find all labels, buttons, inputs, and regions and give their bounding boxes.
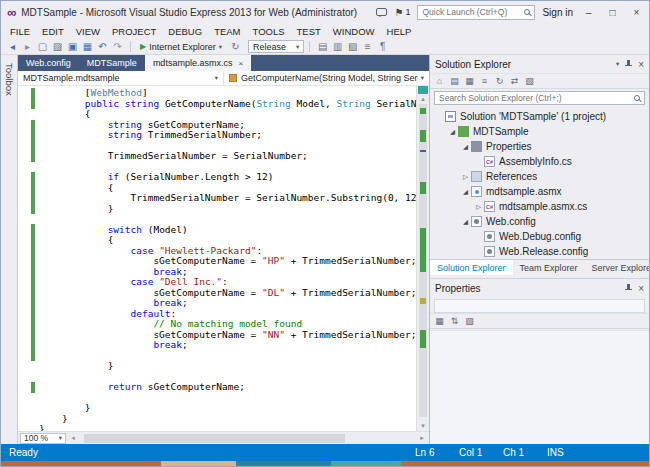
scroll-right-icon[interactable]: ▸ bbox=[417, 434, 427, 442]
menu-item-help[interactable]: HELP bbox=[381, 26, 418, 37]
tree-item-web.config[interactable]: ◢Web.config bbox=[430, 214, 649, 229]
home-icon[interactable]: ⌂ bbox=[432, 76, 447, 86]
menu-item-view[interactable]: VIEW bbox=[70, 26, 106, 37]
tree-item-references[interactable]: ▷References bbox=[430, 169, 649, 184]
solution-explorer-header[interactable]: Solution Explorer ▾ × bbox=[430, 55, 649, 73]
vs-window: ∞ MDTSample - Microsoft Visual Studio Ex… bbox=[0, 0, 650, 467]
properties-header[interactable]: Properties × bbox=[430, 279, 649, 297]
panel-tab-solution-explorer[interactable]: Solution Explorer bbox=[430, 260, 513, 275]
redo-icon[interactable]: ↷ bbox=[110, 40, 125, 54]
tree-item-mdtsample.asmx[interactable]: ◢mdtsample.asmx bbox=[430, 184, 649, 199]
open-file-icon[interactable]: ▨ bbox=[50, 40, 65, 54]
expanded-expander-icon[interactable]: ◢ bbox=[460, 188, 471, 196]
menu-item-window[interactable]: WINDOW bbox=[327, 26, 381, 37]
tree-item-assemblyinfo.cs[interactable]: C#AssemblyInfo.cs bbox=[430, 154, 649, 169]
pin-icon[interactable] bbox=[625, 60, 632, 69]
code-line: } bbox=[39, 403, 416, 414]
tree-item-mdtsample[interactable]: ◢MDTSample bbox=[430, 124, 649, 139]
tree-item-solution-mdtsample-1-project-[interactable]: Solution 'MDTSample' (1 project) bbox=[430, 109, 649, 124]
comment-selection-icon[interactable]: ▥ bbox=[330, 40, 345, 54]
menu-item-test[interactable]: TEST bbox=[291, 26, 327, 37]
alphabetical-icon[interactable]: ⇅ bbox=[447, 316, 462, 326]
chevron-down-icon[interactable]: ▾ bbox=[219, 43, 222, 51]
main-toolbar: ◂▸▢▨▣▦↶↷ ▶ Internet Explorer ▾ ↻ Release… bbox=[1, 39, 649, 55]
vertical-scrollbar[interactable]: ▲ ▼ bbox=[416, 86, 429, 431]
panel-tab-server-explorer[interactable]: Server Explorer bbox=[585, 260, 650, 275]
tree-item-mdtsample.asmx.cs[interactable]: ▷C#mdtsample.asmx.cs bbox=[430, 199, 649, 214]
collapse-all-icon[interactable]: ≡ bbox=[477, 76, 492, 86]
collapsed-expander-icon[interactable]: ▷ bbox=[473, 203, 484, 211]
notifications-flag-icon[interactable]: ⚑1 bbox=[394, 7, 410, 18]
tab-mdtsample.asmx.cs[interactable]: mdtsample.asmx.cs× bbox=[145, 55, 251, 71]
menu-item-project[interactable]: PROJECT bbox=[106, 26, 162, 37]
menu-bar: FILEEDITVIEWPROJECTDEBUGTEAMTOOLSTESTWIN… bbox=[1, 23, 649, 39]
pin-icon[interactable] bbox=[625, 284, 632, 293]
tab-mdtsample[interactable]: MDTSample bbox=[79, 55, 145, 71]
save-all-icon[interactable]: ▦ bbox=[80, 40, 95, 54]
refresh-icon[interactable]: ↻ bbox=[228, 40, 243, 54]
cs-icon: C# bbox=[484, 156, 495, 167]
show-all-files-icon[interactable]: ▦ bbox=[462, 76, 477, 86]
collapsed-expander-icon[interactable]: ▷ bbox=[460, 173, 471, 181]
member-dropdown[interactable]: GetComputerName(String Model, String Ser… bbox=[223, 71, 429, 85]
properties-grid bbox=[430, 330, 649, 444]
code-editor[interactable]: [WebMethod] public string GetComputerNam… bbox=[18, 86, 416, 431]
expanded-expander-icon[interactable]: ◢ bbox=[447, 128, 458, 136]
expanded-expander-icon[interactable]: ◢ bbox=[460, 218, 471, 226]
menu-item-tools[interactable]: TOOLS bbox=[247, 26, 291, 37]
tree-item-web.debug.config[interactable]: Web.Debug.config bbox=[430, 229, 649, 244]
navigate-backward-icon[interactable]: ◂ bbox=[5, 40, 20, 54]
scroll-down-icon[interactable]: ▼ bbox=[417, 422, 429, 430]
save-icon[interactable]: ▣ bbox=[65, 40, 80, 54]
panel-tab-team-explorer[interactable]: Team Explorer bbox=[513, 260, 585, 275]
type-dropdown[interactable]: MDTSample.mdtsample ▾ bbox=[18, 71, 223, 85]
menu-item-debug[interactable]: DEBUG bbox=[162, 26, 208, 37]
minimize-button[interactable]: – bbox=[580, 7, 597, 18]
new-file-icon[interactable]: ▢ bbox=[35, 40, 50, 54]
refresh-icon[interactable]: ↻ bbox=[492, 76, 507, 86]
menu-item-edit[interactable]: EDIT bbox=[36, 26, 70, 37]
scroll-up-icon[interactable]: ▲ bbox=[417, 95, 429, 103]
toolbar-icons-right: ▤▥▧≡¶ bbox=[315, 40, 390, 54]
close-icon[interactable]: × bbox=[638, 283, 644, 294]
categorized-icon[interactable]: ▦ bbox=[432, 316, 447, 326]
close-icon[interactable]: × bbox=[638, 59, 644, 70]
properties-object-field[interactable] bbox=[434, 299, 645, 313]
maximize-button[interactable]: □ bbox=[604, 7, 621, 18]
start-debug-button[interactable]: ▶ Internet Explorer ▾ bbox=[136, 42, 226, 52]
formatting-marks-icon[interactable]: ¶ bbox=[375, 40, 390, 54]
feedback-icon[interactable] bbox=[376, 8, 387, 16]
solution-explorer-panel: Solution Explorer ▾ × ⌂▤▦≡↻⇄▧ Search Sol… bbox=[430, 55, 649, 275]
tree-item-properties[interactable]: ◢Properties bbox=[430, 139, 649, 154]
menu-item-file[interactable]: FILE bbox=[4, 26, 36, 37]
horizontal-scrollbar[interactable] bbox=[80, 434, 415, 443]
menu-item-team[interactable]: TEAM bbox=[208, 26, 246, 37]
uncomment-selection-icon[interactable]: ▧ bbox=[345, 40, 360, 54]
find-in-files-icon[interactable]: ▤ bbox=[315, 40, 330, 54]
horizontal-scrollbar-thumb[interactable] bbox=[84, 434, 345, 443]
solution-search-input[interactable]: Search Solution Explorer (Ctrl+;) bbox=[434, 91, 645, 105]
unsaved-change-mark bbox=[420, 298, 426, 304]
sign-in-link[interactable]: Sign in bbox=[542, 7, 573, 18]
code-line: public string GetComputerName(String Mod… bbox=[39, 99, 416, 110]
change-mark bbox=[420, 130, 426, 142]
window-position-icon[interactable]: ▾ bbox=[616, 60, 619, 68]
zoom-control[interactable]: 100 % ▾ bbox=[20, 433, 66, 444]
undo-icon[interactable]: ↶ bbox=[95, 40, 110, 54]
expanded-expander-icon[interactable]: ◢ bbox=[460, 143, 471, 151]
quick-launch-input[interactable]: Quick Launch (Ctrl+Q) bbox=[417, 5, 535, 20]
view-code-icon[interactable]: ▧ bbox=[522, 76, 537, 86]
solution-configuration-select[interactable]: Release ▾ bbox=[248, 40, 304, 53]
search-icon bbox=[634, 95, 640, 101]
properties-icon[interactable]: ▤ bbox=[447, 76, 462, 86]
tab-close-icon[interactable]: × bbox=[238, 59, 243, 68]
toolbox-panel[interactable]: Toolbox bbox=[1, 55, 18, 444]
sync-with-active-document-icon[interactable]: ⇄ bbox=[507, 76, 522, 86]
decrease-indent-icon[interactable]: ≡ bbox=[360, 40, 375, 54]
property-pages-icon[interactable]: ▧ bbox=[462, 316, 477, 326]
tab-web.config[interactable]: Web.config bbox=[18, 55, 79, 71]
close-button[interactable]: × bbox=[628, 7, 645, 18]
tree-item-web.release.config[interactable]: Web.Release.config bbox=[430, 244, 649, 259]
scroll-left-icon[interactable]: ◂ bbox=[68, 434, 78, 442]
navigate-forward-icon[interactable]: ▸ bbox=[20, 40, 35, 54]
